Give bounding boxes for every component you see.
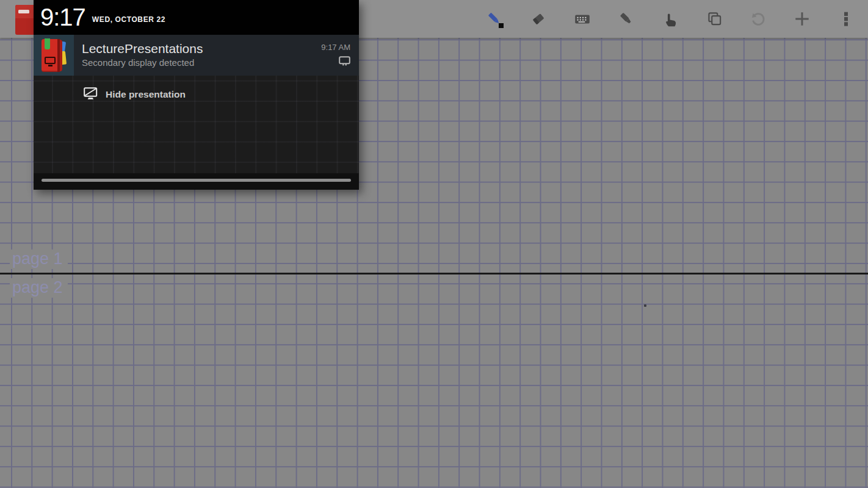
shade-drag-handle[interactable]	[42, 179, 351, 182]
hide-presentation-icon	[84, 87, 98, 102]
eraser-icon	[529, 10, 548, 28]
ink-dot	[644, 304, 646, 307]
keyboard-tool-button[interactable]	[560, 0, 604, 38]
plus-icon	[793, 10, 811, 28]
external-display-icon	[339, 57, 350, 68]
hand-pointer-icon	[661, 10, 679, 28]
notification-message: Secondary display detected	[82, 57, 321, 68]
page-divider-line	[0, 273, 868, 274]
hide-presentation-label: Hide presentation	[106, 89, 186, 100]
overflow-menu-button[interactable]	[824, 0, 868, 38]
pages-tool-button[interactable]	[692, 0, 736, 38]
red-notebook-with-display-icon	[40, 38, 68, 73]
undo-icon	[749, 10, 767, 28]
notification-meta: 9:17 AM	[321, 35, 359, 76]
android-tablet-screen: page 1 page 2	[0, 0, 868, 488]
marker-icon	[617, 10, 635, 28]
pages-icon	[705, 10, 723, 28]
hide-presentation-action[interactable]: Hide presentation	[34, 85, 359, 104]
pen-tool-button[interactable]	[472, 0, 516, 38]
pen-color-swatch	[499, 23, 504, 28]
clock-time: 9:17	[40, 0, 85, 35]
overflow-menu-icon	[837, 10, 855, 28]
notification-row[interactable]: LecturePresentations Secondary display d…	[34, 35, 359, 76]
undo-button[interactable]	[736, 0, 780, 38]
notebook-icon-label	[18, 10, 29, 13]
notification-card: LecturePresentations Secondary display d…	[34, 35, 359, 190]
page-2-label: page 2	[10, 278, 68, 298]
page-1-label: page 1	[10, 249, 68, 269]
notification-title: LecturePresentations	[82, 40, 321, 57]
hand-tool-button[interactable]	[648, 0, 692, 38]
toolbar-tools	[472, 0, 868, 38]
marker-tool-button[interactable]	[604, 0, 648, 38]
eraser-tool-button[interactable]	[516, 0, 560, 38]
keyboard-icon	[573, 10, 591, 28]
notification-app-icon-tile	[34, 35, 74, 76]
shade-footer	[34, 173, 359, 190]
notification-time: 9:17 AM	[321, 43, 350, 52]
notification-shade: 9:17 WED, OCTOBER 22	[34, 0, 359, 190]
add-page-button[interactable]	[780, 0, 824, 38]
notification-body: LecturePresentations Secondary display d…	[74, 35, 321, 76]
shade-header: 9:17 WED, OCTOBER 22	[34, 0, 359, 35]
clock-date: WED, OCTOBER 22	[92, 15, 165, 24]
